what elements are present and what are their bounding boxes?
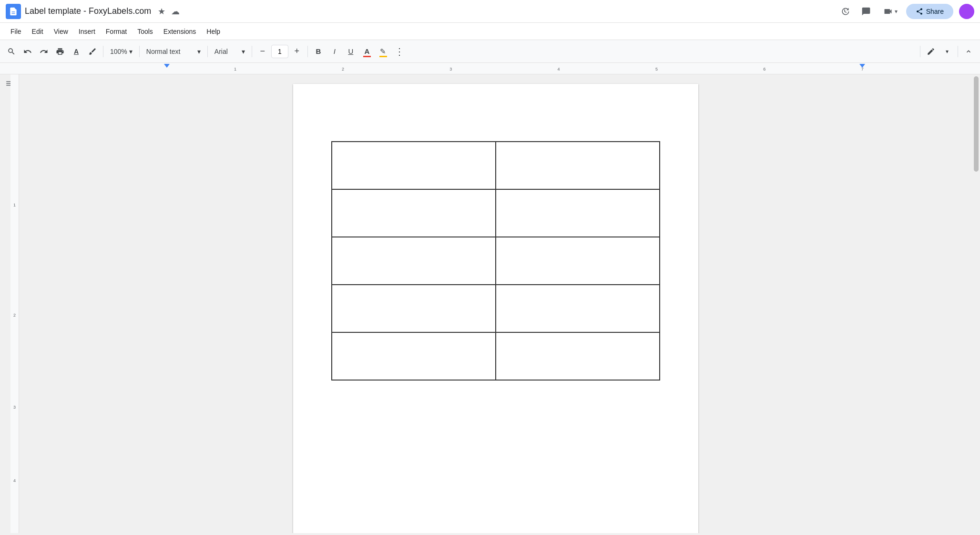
style-label: Normal text <box>146 48 181 55</box>
ruler-mark-4: 4 <box>557 67 560 72</box>
share-label: Share <box>926 8 944 15</box>
text-color-button[interactable]: A <box>359 44 375 59</box>
separator-3 <box>207 46 208 57</box>
horizontal-ruler: 1 2 3 4 5 6 7 <box>0 63 980 74</box>
right-margin-marker[interactable] <box>859 64 865 68</box>
label-cell-r0c0[interactable] <box>332 142 496 189</box>
label-cell-r4c0[interactable] <box>332 332 496 380</box>
vruler-3: 3 <box>13 405 16 410</box>
font-selector[interactable]: Arial ▾ <box>211 44 249 59</box>
separator-right <box>920 46 920 57</box>
separator-4 <box>252 46 252 57</box>
left-margin-marker[interactable] <box>164 64 170 68</box>
ruler-mark-5: 5 <box>655 67 658 72</box>
document-page[interactable] <box>293 84 698 533</box>
title-right-actions: ▾ Share <box>837 3 974 20</box>
menu-extensions[interactable]: Extensions <box>159 26 201 37</box>
vruler-1: 1 <box>13 203 16 207</box>
cloud-icon[interactable]: ☁ <box>171 6 180 17</box>
vruler-2: 2 <box>13 313 16 318</box>
left-sidebar: 1 2 3 4 <box>0 74 19 533</box>
highlight-color-indicator <box>379 56 387 57</box>
bold-button[interactable]: B <box>311 44 326 59</box>
search-button[interactable] <box>4 44 19 59</box>
share-button[interactable]: Share <box>906 4 953 19</box>
edit-dropdown-button[interactable]: ▾ <box>939 44 955 59</box>
label-grid <box>331 141 660 381</box>
vertical-ruler: 1 2 3 4 <box>10 74 19 533</box>
main-area: 1 2 3 4 <box>0 74 980 533</box>
history-icon[interactable] <box>837 3 854 20</box>
separator-right2 <box>958 46 958 57</box>
scrollbar[interactable] <box>974 76 979 172</box>
video-call-button[interactable]: ▾ <box>878 4 902 19</box>
user-avatar[interactable] <box>959 4 974 19</box>
ruler-mark-1: 1 <box>234 67 236 72</box>
zoom-dropdown-icon: ▾ <box>129 48 133 55</box>
toolbar-right: ▾ <box>918 44 976 59</box>
menu-bar: File Edit View Insert Format Tools Exten… <box>0 23 980 40</box>
toolbar: A 100% ▾ Normal text ▾ Arial ▾ − + B I U… <box>0 40 980 63</box>
label-cell-r3c1[interactable] <box>496 285 660 332</box>
vruler-4: 4 <box>13 478 16 483</box>
label-cell-r0c1[interactable] <box>496 142 660 189</box>
format-paint-button[interactable] <box>85 44 100 59</box>
style-dropdown-icon: ▾ <box>197 48 201 55</box>
video-dropdown-arrow[interactable]: ▾ <box>895 8 898 15</box>
label-cell-r1c0[interactable] <box>332 189 496 237</box>
increase-font-button[interactable]: + <box>289 44 305 59</box>
label-cell-r3c0[interactable] <box>332 285 496 332</box>
font-dropdown-icon: ▾ <box>242 48 245 55</box>
separator-1 <box>103 46 103 57</box>
italic-button[interactable]: I <box>327 44 342 59</box>
label-cell-r1c1[interactable] <box>496 189 660 237</box>
menu-help[interactable]: Help <box>202 26 225 37</box>
more-options-button[interactable]: ⋮ <box>392 44 407 59</box>
ruler-content: 1 2 3 4 5 6 7 <box>0 63 980 74</box>
ruler-mark-6: 6 <box>763 67 766 72</box>
menu-tools[interactable]: Tools <box>133 26 158 37</box>
comment-icon[interactable] <box>858 3 875 20</box>
star-icon[interactable]: ★ <box>158 6 165 17</box>
text-color-indicator <box>363 56 371 57</box>
menu-format[interactable]: Format <box>101 26 132 37</box>
label-cell-r2c0[interactable] <box>332 237 496 285</box>
separator-2 <box>139 46 140 57</box>
label-cell-r4c1[interactable] <box>496 332 660 380</box>
app-logo[interactable] <box>6 4 21 19</box>
ruler-mark-3: 3 <box>449 67 452 72</box>
title-bar: Label template - FoxyLabels.com ★ ☁ ▾ Sh… <box>0 0 980 23</box>
undo-button[interactable] <box>20 44 35 59</box>
style-selector[interactable]: Normal text ▾ <box>143 44 204 59</box>
highlight-button[interactable]: ✎ <box>376 44 391 59</box>
redo-button[interactable] <box>36 44 51 59</box>
menu-view[interactable]: View <box>49 26 73 37</box>
separator-5 <box>307 46 308 57</box>
decrease-font-button[interactable]: − <box>255 44 270 59</box>
edit-mode-button[interactable] <box>923 44 939 59</box>
document-area[interactable] <box>19 74 972 533</box>
menu-edit[interactable]: Edit <box>27 26 48 37</box>
menu-file[interactable]: File <box>6 26 26 37</box>
label-cell-r2c1[interactable] <box>496 237 660 285</box>
ruler-mark-2: 2 <box>342 67 344 72</box>
right-sidebar <box>972 74 980 533</box>
underline-button[interactable]: U <box>343 44 358 59</box>
menu-insert[interactable]: Insert <box>74 26 100 37</box>
collapse-toolbar-button[interactable] <box>961 44 976 59</box>
print-button[interactable] <box>52 44 68 59</box>
font-size-input[interactable] <box>271 45 288 58</box>
font-size-area: − + <box>255 44 305 59</box>
zoom-selector[interactable]: 100% ▾ <box>106 44 136 59</box>
zoom-value: 100% <box>110 48 127 55</box>
font-label: Arial <box>214 48 228 55</box>
document-title: Label template - FoxyLabels.com <box>25 6 151 16</box>
spell-check-button[interactable]: A <box>69 44 84 59</box>
